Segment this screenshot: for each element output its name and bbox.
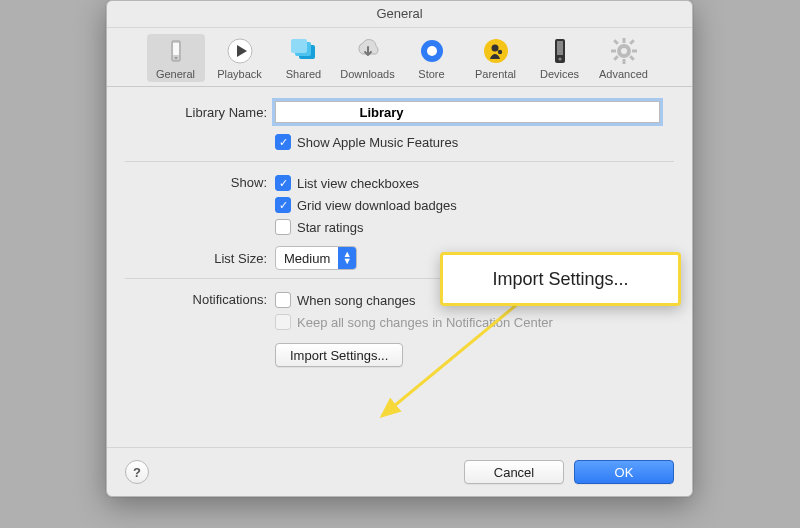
tab-parental[interactable]: Parental (467, 34, 525, 82)
tab-playback[interactable]: Playback (211, 34, 269, 82)
window-title: General (107, 1, 692, 28)
svg-point-12 (497, 50, 501, 54)
tab-general[interactable]: General (147, 34, 205, 82)
list-size-select[interactable]: Medium ▲▼ (275, 246, 357, 270)
preferences-window: General General Playback Shared Dow (106, 0, 693, 497)
tab-devices[interactable]: Devices (531, 34, 589, 82)
checkbox-grid-badges[interactable]: Grid view download badges (275, 194, 674, 216)
checkbox-icon (275, 219, 291, 235)
svg-rect-18 (622, 59, 625, 64)
svg-rect-22 (629, 55, 635, 61)
library-name-input[interactable] (275, 101, 660, 123)
svg-rect-17 (622, 38, 625, 43)
gear-icon (609, 36, 639, 66)
tab-shared[interactable]: Shared (275, 34, 333, 82)
svg-point-11 (491, 45, 498, 52)
svg-point-2 (174, 57, 177, 60)
devices-icon (545, 36, 575, 66)
separator (125, 161, 674, 162)
svg-rect-23 (629, 39, 635, 45)
tab-store[interactable]: Store (403, 34, 461, 82)
checkbox-keep-notifications: Keep all song changes in Notification Ce… (275, 311, 674, 333)
checkbox-icon (275, 175, 291, 191)
svg-point-15 (558, 57, 561, 60)
cancel-button[interactable]: Cancel (464, 460, 564, 484)
checkbox-apple-music[interactable]: Show Apple Music Features (275, 131, 674, 153)
checkbox-icon (275, 134, 291, 150)
shared-icon (289, 36, 319, 66)
store-icon (417, 36, 447, 66)
checkbox-icon (275, 292, 291, 308)
svg-rect-21 (613, 39, 619, 45)
label-library-name: Library Name: (125, 105, 275, 120)
svg-point-9 (427, 46, 437, 56)
parental-icon (481, 36, 511, 66)
cloud-download-icon (353, 36, 383, 66)
chevron-up-down-icon: ▲▼ (338, 247, 356, 269)
dialog-footer: ? Cancel OK (107, 447, 692, 496)
label-notifications: Notifications: (125, 289, 275, 307)
svg-rect-19 (611, 50, 616, 53)
label-show: Show: (125, 172, 275, 190)
ok-button[interactable]: OK (574, 460, 674, 484)
callout-import-settings: Import Settings... (440, 252, 681, 306)
svg-point-25 (621, 48, 627, 54)
checkbox-list-view[interactable]: List view checkboxes (275, 172, 674, 194)
help-button[interactable]: ? (125, 460, 149, 484)
window-title-text: General (376, 6, 422, 21)
svg-rect-14 (557, 41, 563, 55)
tab-advanced[interactable]: Advanced (595, 34, 653, 82)
svg-rect-20 (632, 50, 637, 53)
checkbox-star-ratings[interactable]: Star ratings (275, 216, 674, 238)
checkbox-icon (275, 314, 291, 330)
label-list-size: List Size: (125, 251, 275, 266)
tab-downloads[interactable]: Downloads (339, 34, 397, 82)
general-pane: Library Name: Show Apple Music Features … (107, 87, 692, 367)
preferences-toolbar: General Playback Shared Downloads Store (107, 28, 692, 87)
import-settings-button[interactable]: Import Settings... (275, 343, 403, 367)
play-icon (225, 36, 255, 66)
general-icon (161, 36, 191, 66)
svg-rect-24 (613, 55, 619, 61)
svg-rect-1 (173, 43, 179, 55)
checkbox-icon (275, 197, 291, 213)
svg-rect-7 (291, 39, 307, 53)
